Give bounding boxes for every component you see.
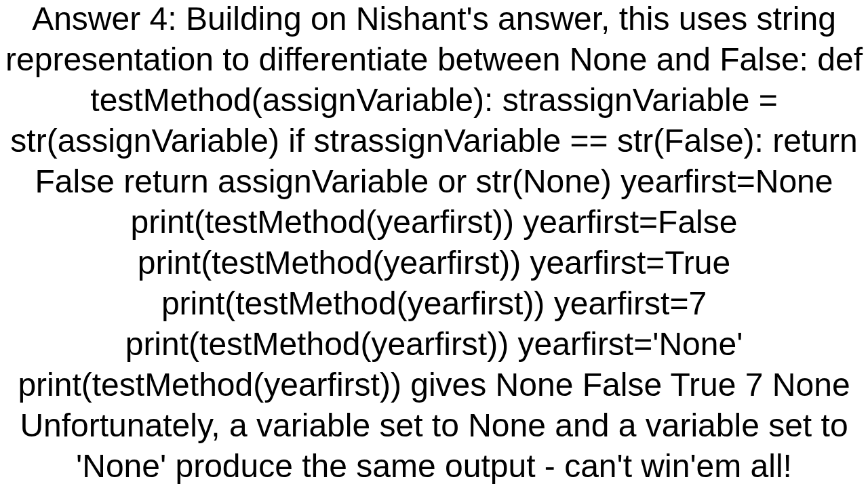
answer-text: Answer 4: Building on Nishant's answer, … (0, 0, 868, 487)
